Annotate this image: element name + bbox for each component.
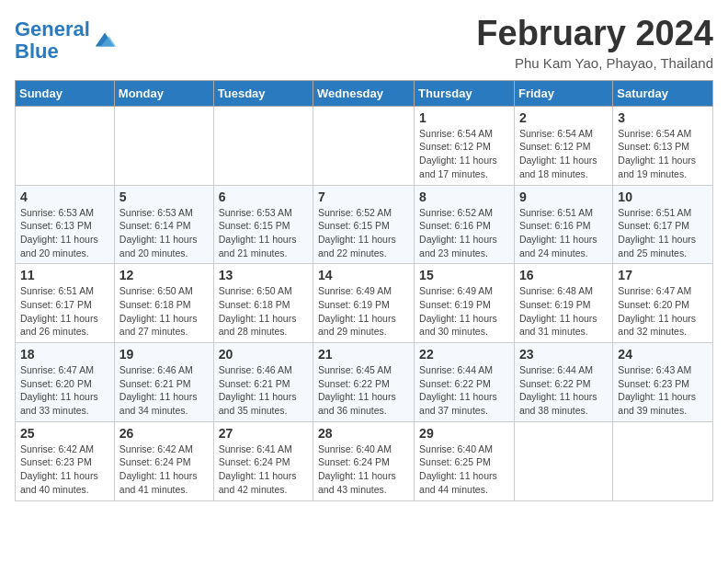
logo-general: General [15,17,90,40]
day-info: Sunrise: 6:53 AM Sunset: 6:15 PM Dayligh… [219,206,308,260]
day-cell: 14Sunrise: 6:49 AM Sunset: 6:19 PM Dayli… [313,264,415,343]
day-cell: 10Sunrise: 6:51 AM Sunset: 6:17 PM Dayli… [613,185,713,264]
day-cell: 21Sunrise: 6:45 AM Sunset: 6:22 PM Dayli… [313,343,415,422]
logo: General Blue [15,18,118,63]
day-number: 18 [20,347,109,362]
day-number: 20 [219,347,308,362]
day-cell: 12Sunrise: 6:50 AM Sunset: 6:18 PM Dayli… [114,264,213,343]
day-number: 17 [618,268,708,282]
day-number: 15 [419,268,509,282]
day-cell: 2Sunrise: 6:54 AM Sunset: 6:12 PM Daylig… [514,106,612,185]
day-cell: 9Sunrise: 6:51 AM Sunset: 6:16 PM Daylig… [514,185,612,264]
day-cell: 5Sunrise: 6:53 AM Sunset: 6:14 PM Daylig… [114,185,213,264]
week-row-0: 1Sunrise: 6:54 AM Sunset: 6:12 PM Daylig… [16,106,713,185]
day-info: Sunrise: 6:51 AM Sunset: 6:17 PM Dayligh… [618,206,708,260]
header-monday: Monday [114,80,213,106]
day-info: Sunrise: 6:45 AM Sunset: 6:22 PM Dayligh… [318,363,409,418]
subtitle: Phu Kam Yao, Phayao, Thailand [476,55,713,71]
header: General Blue February 2024 Phu Kam Yao, … [15,15,713,71]
header-friday: Friday [514,80,612,106]
day-info: Sunrise: 6:47 AM Sunset: 6:20 PM Dayligh… [618,284,708,339]
day-cell: 8Sunrise: 6:52 AM Sunset: 6:16 PM Daylig… [415,185,515,264]
day-cell: 22Sunrise: 6:44 AM Sunset: 6:22 PM Dayli… [415,343,515,422]
day-number: 13 [219,268,308,282]
day-number: 7 [318,190,409,204]
day-cell [613,421,713,500]
header-saturday: Saturday [613,80,713,106]
day-number: 22 [419,347,509,362]
day-number: 1 [419,110,509,125]
logo-blue: Blue [15,40,59,63]
day-number: 6 [219,190,308,204]
day-number: 2 [519,110,608,125]
day-cell: 27Sunrise: 6:41 AM Sunset: 6:24 PM Dayli… [213,421,313,500]
week-row-3: 18Sunrise: 6:47 AM Sunset: 6:20 PM Dayli… [16,343,713,422]
day-number: 28 [318,426,409,441]
day-cell: 15Sunrise: 6:49 AM Sunset: 6:19 PM Dayli… [415,264,515,343]
calendar-table: SundayMondayTuesdayWednesdayThursdayFrid… [15,80,713,501]
title-area: February 2024 Phu Kam Yao, Phayao, Thail… [476,15,713,71]
day-info: Sunrise: 6:46 AM Sunset: 6:21 PM Dayligh… [119,363,209,418]
day-cell: 26Sunrise: 6:42 AM Sunset: 6:24 PM Dayli… [114,421,213,500]
day-number: 21 [318,347,409,362]
day-cell: 1Sunrise: 6:54 AM Sunset: 6:12 PM Daylig… [415,106,515,185]
day-number: 3 [618,110,708,125]
day-cell: 17Sunrise: 6:47 AM Sunset: 6:20 PM Dayli… [613,264,713,343]
day-info: Sunrise: 6:54 AM Sunset: 6:12 PM Dayligh… [419,127,509,181]
day-info: Sunrise: 6:46 AM Sunset: 6:21 PM Dayligh… [219,363,308,418]
week-row-2: 11Sunrise: 6:51 AM Sunset: 6:17 PM Dayli… [16,264,713,343]
day-cell [514,421,612,500]
day-number: 10 [618,190,708,204]
day-info: Sunrise: 6:53 AM Sunset: 6:14 PM Dayligh… [119,206,209,260]
day-info: Sunrise: 6:49 AM Sunset: 6:19 PM Dayligh… [318,284,409,339]
day-cell: 3Sunrise: 6:54 AM Sunset: 6:13 PM Daylig… [613,106,713,185]
day-info: Sunrise: 6:47 AM Sunset: 6:20 PM Dayligh… [20,363,109,418]
day-number: 8 [419,190,509,204]
day-cell: 29Sunrise: 6:40 AM Sunset: 6:25 PM Dayli… [415,421,515,500]
day-number: 26 [119,426,209,441]
calendar-header-row: SundayMondayTuesdayWednesdayThursdayFrid… [16,80,713,106]
day-info: Sunrise: 6:42 AM Sunset: 6:23 PM Dayligh… [20,442,109,497]
day-number: 12 [119,268,209,282]
day-cell: 24Sunrise: 6:43 AM Sunset: 6:23 PM Dayli… [613,343,713,422]
day-number: 16 [519,268,608,282]
day-info: Sunrise: 6:40 AM Sunset: 6:25 PM Dayligh… [419,442,509,497]
day-number: 14 [318,268,409,282]
day-cell: 11Sunrise: 6:51 AM Sunset: 6:17 PM Dayli… [16,264,115,343]
day-cell [114,106,213,185]
day-number: 11 [20,268,109,282]
logo-icon [92,28,118,53]
header-thursday: Thursday [415,80,515,106]
day-info: Sunrise: 6:41 AM Sunset: 6:24 PM Dayligh… [219,442,308,497]
header-tuesday: Tuesday [213,80,313,106]
day-info: Sunrise: 6:53 AM Sunset: 6:13 PM Dayligh… [20,206,109,260]
logo-text: General Blue [15,18,90,63]
day-cell: 25Sunrise: 6:42 AM Sunset: 6:23 PM Dayli… [16,421,115,500]
day-number: 19 [119,347,209,362]
day-info: Sunrise: 6:43 AM Sunset: 6:23 PM Dayligh… [618,363,708,418]
day-info: Sunrise: 6:50 AM Sunset: 6:18 PM Dayligh… [219,284,308,339]
day-info: Sunrise: 6:42 AM Sunset: 6:24 PM Dayligh… [119,442,209,497]
day-cell [213,106,313,185]
day-info: Sunrise: 6:49 AM Sunset: 6:19 PM Dayligh… [419,284,509,339]
day-info: Sunrise: 6:52 AM Sunset: 6:16 PM Dayligh… [419,206,509,260]
day-number: 29 [419,426,509,441]
day-cell: 28Sunrise: 6:40 AM Sunset: 6:24 PM Dayli… [313,421,415,500]
day-cell: 20Sunrise: 6:46 AM Sunset: 6:21 PM Dayli… [213,343,313,422]
day-cell [16,106,115,185]
day-info: Sunrise: 6:48 AM Sunset: 6:19 PM Dayligh… [519,284,608,339]
week-row-1: 4Sunrise: 6:53 AM Sunset: 6:13 PM Daylig… [16,185,713,264]
header-sunday: Sunday [16,80,115,106]
day-info: Sunrise: 6:51 AM Sunset: 6:17 PM Dayligh… [20,284,109,339]
day-number: 25 [20,426,109,441]
day-info: Sunrise: 6:52 AM Sunset: 6:15 PM Dayligh… [318,206,409,260]
week-row-4: 25Sunrise: 6:42 AM Sunset: 6:23 PM Dayli… [16,421,713,500]
day-info: Sunrise: 6:44 AM Sunset: 6:22 PM Dayligh… [519,363,608,418]
day-number: 9 [519,190,608,204]
header-wednesday: Wednesday [313,80,415,106]
day-cell: 13Sunrise: 6:50 AM Sunset: 6:18 PM Dayli… [213,264,313,343]
day-number: 23 [519,347,608,362]
day-cell: 18Sunrise: 6:47 AM Sunset: 6:20 PM Dayli… [16,343,115,422]
day-cell: 7Sunrise: 6:52 AM Sunset: 6:15 PM Daylig… [313,185,415,264]
day-cell: 23Sunrise: 6:44 AM Sunset: 6:22 PM Dayli… [514,343,612,422]
